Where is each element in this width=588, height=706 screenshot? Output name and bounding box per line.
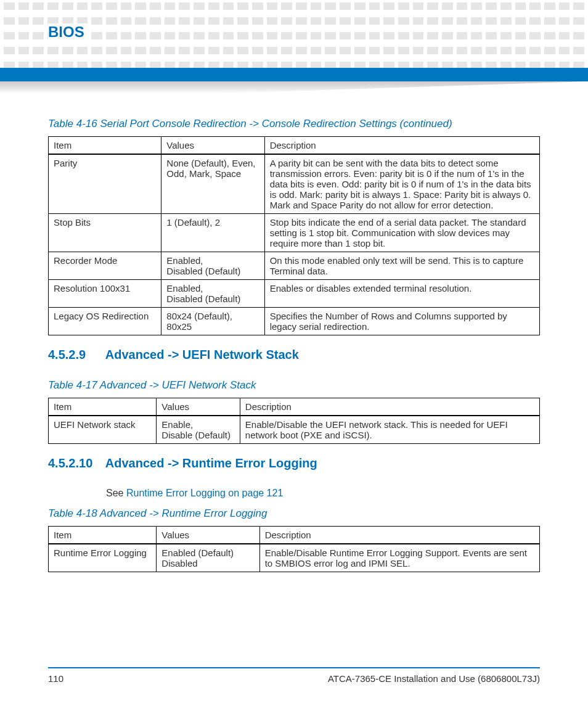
page-title: BIOS <box>48 23 88 41</box>
cell-item: Stop Bits <box>49 214 161 252</box>
table-16-caption: Table 4-16 Serial Port Console Redirecti… <box>48 118 540 130</box>
cell-values: Enabled (Default) Disabled <box>157 544 259 572</box>
section-number: 4.5.2.9 <box>48 348 102 362</box>
table-row: ParityNone (Default), Even, Odd, Mark, S… <box>49 154 540 214</box>
col-header-description: Description <box>240 398 539 416</box>
col-header-item: Item <box>49 527 157 544</box>
page-header: BIOS <box>0 0 588 99</box>
table-16: Item Values Description ParityNone (Defa… <box>48 136 540 335</box>
col-header-values: Values <box>161 137 264 155</box>
cell-values: Enabled, Disabled (Default) <box>161 252 264 280</box>
cell-description: Enable/Disable the UEFI network stack. T… <box>240 416 539 444</box>
cell-description: On this mode enabled only text will be s… <box>264 252 539 280</box>
see-prefix: See <box>106 488 126 498</box>
page-number: 110 <box>48 673 63 684</box>
cell-item: UEFI Network stack <box>49 416 157 444</box>
section-heading-4-5-2-9: 4.5.2.9 Advanced -> UEFI Network Stack <box>48 348 540 362</box>
table-18-caption: Table 4-18 Advanced -> Runtime Error Log… <box>48 507 540 520</box>
col-header-values: Values <box>157 527 259 544</box>
table-17: Item Values Description UEFI Network sta… <box>48 398 540 444</box>
table-row: Item Values Description <box>49 137 540 155</box>
table-17-caption: Table 4-17 Advanced -> UEFI Network Stac… <box>48 379 540 392</box>
cell-item: Runtime Error Logging <box>49 544 157 572</box>
cell-description: Stop bits indicate the end of a serial d… <box>264 214 539 252</box>
cell-values: Enable, Disable (Default) <box>157 416 240 444</box>
table-row: Recorder ModeEnabled, Disabled (Default)… <box>49 252 540 280</box>
page-footer: 110 ATCA-7365-CE Installation and Use (6… <box>48 667 540 684</box>
cell-description: Enables or disables extended terminal re… <box>264 280 539 308</box>
section-heading-4-5-2-10: 4.5.2.10 Advanced -> Runtime Error Loggi… <box>48 456 540 470</box>
cell-values: 1 (Default), 2 <box>161 214 264 252</box>
cell-item: Resolution 100x31 <box>49 280 161 308</box>
cell-values: Enabled, Disabled (Default) <box>161 280 264 308</box>
cell-description: A parity bit can be sent with the data b… <box>264 154 539 214</box>
table-18: Item Values Description Runtime Error Lo… <box>48 526 540 572</box>
table-row: UEFI Network stackEnable, Disable (Defau… <box>49 416 540 444</box>
see-link[interactable]: Runtime Error Logging on page 121 <box>126 488 283 498</box>
document-id: ATCA-7365-CE Installation and Use (68068… <box>328 673 540 684</box>
cell-item: Parity <box>49 154 161 214</box>
col-header-values: Values <box>157 398 240 416</box>
cell-description: Specifies the Number of Rows and Columns… <box>264 308 539 335</box>
section-title: Advanced -> UEFI Network Stack <box>105 348 299 361</box>
cell-description: Enable/Disable Runtime Error Logging Sup… <box>259 544 539 572</box>
col-header-item: Item <box>49 137 161 155</box>
table-row: Resolution 100x31Enabled, Disabled (Defa… <box>49 280 540 308</box>
table-row: Stop Bits1 (Default), 2Stop bits indicat… <box>49 214 540 252</box>
header-blue-bar <box>0 68 588 81</box>
col-header-item: Item <box>49 398 157 416</box>
table-row: Item Values Description <box>49 527 540 544</box>
cell-values: 80x24 (Default), 80x25 <box>161 308 264 335</box>
cell-values: None (Default), Even, Odd, Mark, Space <box>161 154 264 214</box>
table-row: Item Values Description <box>49 398 540 416</box>
header-dot-pattern <box>0 0 588 68</box>
cell-item: Legacy OS Redirection <box>49 308 161 335</box>
cell-item: Recorder Mode <box>49 252 161 280</box>
table-row: Legacy OS Redirection80x24 (Default), 80… <box>49 308 540 335</box>
table-row: Runtime Error LoggingEnabled (Default) D… <box>49 544 540 572</box>
see-reference: See Runtime Error Logging on page 121 <box>106 488 540 499</box>
col-header-description: Description <box>264 137 539 155</box>
section-title: Advanced -> Runtime Error Logging <box>105 456 317 470</box>
col-header-description: Description <box>259 527 539 544</box>
header-shadow <box>0 81 588 94</box>
page-content: Table 4-16 Serial Port Console Redirecti… <box>0 99 588 572</box>
section-number: 4.5.2.10 <box>48 456 102 470</box>
